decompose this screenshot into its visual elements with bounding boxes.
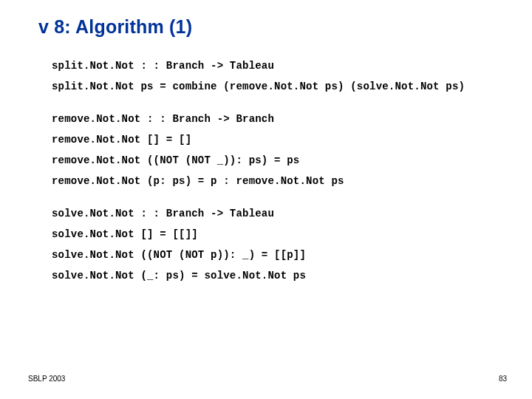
code-block-split: split.Not.Not : : Branch -> Tableau spli… <box>38 60 532 92</box>
code-line: solve.Not.Not (_: ps) = solve.Not.Not ps <box>52 270 532 282</box>
slide: v 8: Algorithm (1) split.Not.Not : : Bra… <box>0 0 532 399</box>
code-line: solve.Not.Not : : Branch -> Tableau <box>52 208 532 219</box>
code-line: remove.Not.Not [] = [] <box>52 134 532 146</box>
code-line: remove.Not.Not (p: ps) = p : remove.Not.… <box>52 175 532 187</box>
footer-left: SBLP 2003 <box>28 375 65 383</box>
code-line: split.Not.Not : : Branch -> Tableau <box>52 60 532 72</box>
code-line: solve.Not.Not ((NOT (NOT p)): _) = [[p]] <box>52 249 532 261</box>
code-line: solve.Not.Not [] = [[]] <box>52 228 532 240</box>
code-line: remove.Not.Not : : Branch -> Branch <box>52 113 532 125</box>
code-block-remove: remove.Not.Not : : Branch -> Branch remo… <box>38 113 532 187</box>
footer-page-number: 83 <box>499 375 507 383</box>
code-line: split.Not.Not ps = combine (remove.Not.N… <box>52 81 532 92</box>
code-line: remove.Not.Not ((NOT (NOT _)): ps) = ps <box>52 154 532 166</box>
slide-title: v 8: Algorithm (1) <box>38 16 532 38</box>
code-block-solve: solve.Not.Not : : Branch -> Tableau solv… <box>38 208 532 282</box>
